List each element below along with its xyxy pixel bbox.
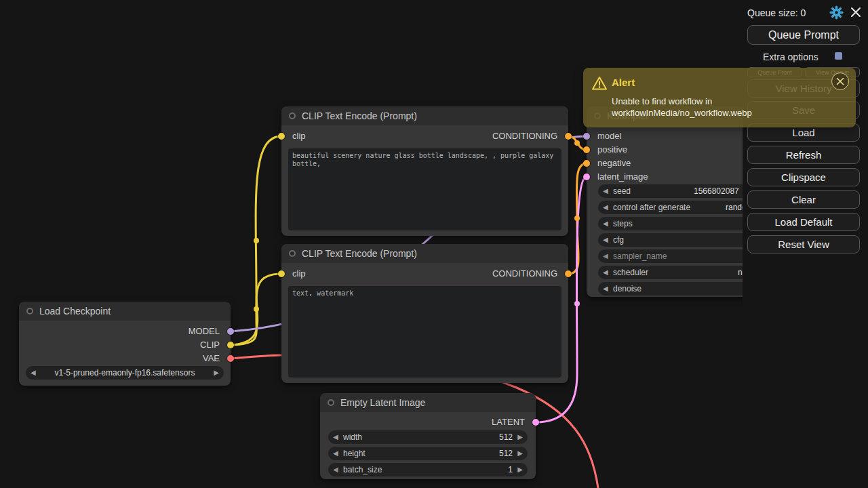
node-title-bar[interactable]: CLIP Text Encode (Prompt) [281, 106, 568, 125]
link-dot [574, 301, 580, 306]
output-label-conditioning: CONDITIONING [492, 131, 557, 142]
decrement-arrow-icon[interactable]: ◀ [603, 268, 608, 277]
decrement-arrow-icon[interactable]: ◀ [603, 187, 608, 195]
widget-name: scheduler [613, 268, 648, 277]
output-label-conditioning: CONDITIONING [492, 268, 557, 279]
decrement-arrow-icon[interactable]: ◀ [333, 466, 338, 474]
widget-name: steps [613, 219, 633, 228]
widget-name: seed [613, 186, 631, 196]
alert-toast: Alert Unable to find workflow in workflo… [583, 68, 856, 127]
increment-arrow-icon[interactable]: ▶ [517, 466, 523, 474]
node-collapse-dot[interactable] [328, 399, 334, 406]
increment-arrow-icon[interactable]: ▶ [517, 433, 523, 441]
input-label-model: model [597, 131, 621, 142]
button-label: Clear [791, 194, 816, 205]
decrement-arrow-icon[interactable]: ◀ [603, 236, 608, 244]
alert-close-button[interactable] [831, 73, 849, 90]
settings-gear-icon[interactable] [829, 5, 844, 22]
node-title-bar[interactable]: CLIP Text Encode (Prompt) [281, 244, 568, 263]
widget-name: width [343, 432, 362, 442]
widget-name: height [343, 449, 366, 458]
pin-model-output[interactable] [227, 328, 234, 335]
widget-value: 1 [508, 465, 513, 474]
ckpt-name-value: v1-5-pruned-emaonly-fp16.safetensors [41, 368, 209, 378]
decrement-arrow-icon[interactable]: ◀ [603, 203, 608, 211]
pin-clip-input[interactable] [278, 270, 285, 277]
load-default-button[interactable]: Load Default [747, 213, 860, 231]
decrement-arrow-icon[interactable]: ◀ [333, 449, 338, 458]
decrement-arrow-icon[interactable]: ◀ [603, 285, 608, 293]
increment-arrow-icon[interactable]: ▶ [214, 369, 219, 377]
node-clip-text-encode-negative[interactable]: CLIP Text Encode (Prompt) clip CONDITION… [281, 244, 568, 383]
clipspace-button[interactable]: Clipspace [747, 168, 860, 186]
decrement-arrow-icon[interactable]: ◀ [603, 220, 608, 228]
node-title: Empty Latent Image [340, 397, 425, 408]
pin-conditioning-output[interactable] [565, 133, 572, 140]
alert-title: Alert [612, 77, 635, 88]
widget-name: denoise [613, 284, 642, 293]
link-dot [574, 140, 580, 146]
button-label: Load [792, 127, 814, 138]
button-label: Reset View [778, 239, 829, 250]
pin-vae-output[interactable] [227, 355, 234, 362]
output-label-latent: LATENT [492, 417, 525, 428]
input-label-positive: positive [597, 144, 627, 155]
output-label-vae: VAE [203, 353, 220, 364]
alert-message-line2: workflowInMedia/no_workflow.webp [612, 108, 752, 118]
node-title: CLIP Text Encode (Prompt) [302, 110, 417, 121]
pin-latent-image-input[interactable] [583, 174, 590, 180]
input-label-clip: clip [292, 131, 306, 142]
node-title: Load Checkpoint [39, 306, 111, 317]
pin-latent-output[interactable] [532, 419, 539, 426]
button-label: Load Default [774, 216, 832, 228]
pin-positive-input[interactable] [583, 146, 590, 153]
widget-value: 512 [499, 432, 513, 442]
node-title-bar[interactable]: Load Checkpoint [19, 302, 231, 321]
pin-conditioning-output[interactable] [565, 270, 572, 277]
pin-clip-output[interactable] [227, 342, 234, 348]
widget-batch-size[interactable]: ◀ batch_size 1 ▶ [328, 463, 528, 476]
node-collapse-dot[interactable] [289, 250, 296, 257]
refresh-button[interactable]: Refresh [747, 146, 860, 164]
decrement-arrow-icon[interactable]: ◀ [333, 433, 338, 441]
pin-negative-input[interactable] [583, 160, 590, 167]
pin-model-input[interactable] [583, 133, 590, 140]
widget-name: batch_size [343, 465, 382, 474]
widget-value: 1566802087 [694, 186, 739, 196]
link-dot [254, 306, 259, 312]
node-empty-latent-image[interactable]: Empty Latent Image LATENT ◀ width 512 ▶ … [320, 393, 536, 479]
queue-prompt-button[interactable]: Queue Prompt [747, 25, 860, 45]
widget-name: sampler_name [613, 251, 667, 261]
warning-icon [591, 76, 608, 94]
widget-height[interactable]: ◀ height 512 ▶ [328, 447, 528, 460]
widget-name: cfg [613, 235, 624, 245]
increment-arrow-icon[interactable]: ▶ [517, 449, 523, 458]
node-collapse-dot[interactable] [26, 308, 33, 314]
node-title-bar[interactable]: Empty Latent Image [320, 393, 536, 412]
decrement-arrow-icon[interactable]: ◀ [31, 369, 36, 377]
close-menu-icon[interactable] [850, 7, 861, 20]
node-load-checkpoint[interactable]: Load Checkpoint MODEL CLIP VAE ◀ v1-5-pr… [19, 302, 231, 386]
output-label-clip: CLIP [200, 340, 220, 350]
decrement-arrow-icon[interactable]: ◀ [603, 252, 608, 260]
positive-prompt-textarea[interactable]: beautiful scenery nature glass bottle la… [288, 148, 561, 230]
button-label: Refresh [786, 149, 822, 161]
button-label: Queue Prompt [768, 29, 839, 41]
input-label-negative: negative [597, 158, 631, 169]
reset-view-button[interactable]: Reset View [747, 235, 860, 253]
output-label-model: MODEL [189, 326, 220, 337]
clear-button[interactable]: Clear [747, 190, 860, 209]
extra-options-label: Extra options [763, 52, 818, 62]
pin-clip-input[interactable] [278, 133, 285, 140]
widget-name: control after generate [613, 203, 690, 212]
link-dot [254, 238, 259, 243]
widget-value: 512 [499, 449, 513, 458]
negative-prompt-textarea[interactable]: text, watermark [288, 286, 561, 378]
input-label-clip: clip [292, 268, 306, 279]
node-clip-text-encode-positive[interactable]: CLIP Text Encode (Prompt) clip CONDITION… [281, 106, 568, 236]
widget-width[interactable]: ◀ width 512 ▶ [328, 430, 528, 444]
link-dot [574, 216, 580, 221]
widget-ckpt-name[interactable]: ◀ v1-5-pruned-emaonly-fp16.safetensors ▶ [26, 366, 224, 380]
extra-options-checkbox[interactable] [835, 52, 842, 60]
node-collapse-dot[interactable] [289, 113, 296, 119]
